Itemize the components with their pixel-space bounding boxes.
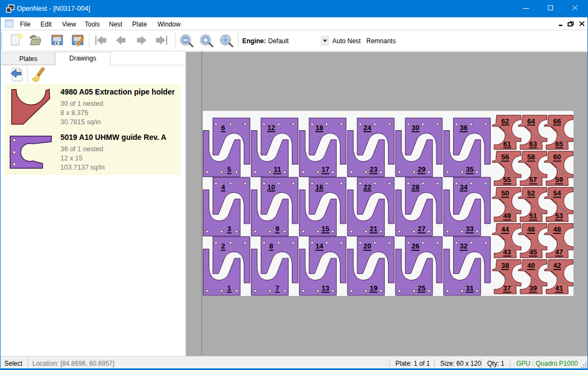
svg-text:20: 20 (364, 242, 371, 250)
svg-text:18: 18 (316, 124, 323, 132)
svg-text:43: 43 (503, 248, 511, 256)
svg-text:49: 49 (503, 212, 511, 220)
svg-text:34: 34 (460, 183, 468, 191)
svg-text:28: 28 (412, 183, 419, 191)
svg-text:23: 23 (370, 165, 377, 173)
svg-text:19: 19 (370, 284, 377, 292)
svg-text:59: 59 (555, 176, 563, 184)
svg-text:26: 26 (412, 242, 419, 250)
svg-text:36: 36 (460, 124, 467, 132)
svg-text:48: 48 (553, 225, 560, 233)
svg-text:44: 44 (501, 225, 509, 233)
svg-text:22: 22 (364, 183, 371, 191)
svg-text:29: 29 (418, 165, 425, 173)
svg-text:62: 62 (501, 117, 509, 125)
svg-text:58: 58 (527, 153, 535, 161)
svg-text:52: 52 (527, 189, 535, 197)
svg-text:41: 41 (555, 284, 563, 292)
svg-text:1: 1 (227, 284, 231, 292)
svg-text:66: 66 (553, 117, 560, 125)
svg-text:10: 10 (268, 183, 275, 191)
svg-text:47: 47 (555, 248, 563, 256)
svg-text:17: 17 (322, 165, 329, 173)
svg-text:6: 6 (221, 124, 225, 132)
svg-text:4: 4 (221, 183, 225, 191)
svg-text:54: 54 (553, 189, 561, 197)
svg-text:33: 33 (466, 225, 473, 233)
svg-text:46: 46 (527, 225, 535, 233)
svg-text:7: 7 (275, 284, 279, 292)
svg-text:32: 32 (460, 242, 467, 250)
svg-text:35: 35 (466, 165, 473, 173)
svg-text:50: 50 (501, 189, 509, 197)
svg-text:5: 5 (227, 165, 231, 173)
svg-text:56: 56 (501, 153, 509, 161)
svg-text:65: 65 (555, 140, 563, 148)
svg-text:15: 15 (322, 225, 329, 233)
svg-text:9: 9 (275, 225, 279, 233)
svg-text:60: 60 (553, 153, 560, 161)
svg-text:12: 12 (268, 124, 275, 132)
svg-text:64: 64 (527, 117, 535, 125)
svg-text:40: 40 (527, 261, 535, 270)
svg-text:11: 11 (274, 165, 281, 173)
svg-text:16: 16 (316, 183, 323, 191)
svg-text:37: 37 (503, 284, 511, 292)
svg-text:27: 27 (418, 225, 425, 233)
svg-text:21: 21 (370, 225, 377, 233)
svg-text:13: 13 (322, 284, 329, 292)
svg-text:55: 55 (503, 176, 511, 184)
svg-text:30: 30 (412, 124, 419, 132)
svg-text:24: 24 (364, 124, 372, 132)
svg-text:31: 31 (466, 284, 473, 292)
svg-text:53: 53 (555, 212, 563, 220)
svg-text:38: 38 (501, 261, 509, 270)
svg-text:45: 45 (529, 248, 537, 256)
svg-text:42: 42 (553, 261, 560, 270)
svg-text:8: 8 (269, 242, 273, 250)
svg-text:51: 51 (529, 212, 537, 220)
svg-text:3: 3 (227, 225, 231, 233)
svg-text:39: 39 (529, 284, 537, 292)
svg-text:2: 2 (221, 242, 225, 250)
svg-text:25: 25 (418, 284, 425, 292)
svg-text:57: 57 (529, 176, 537, 184)
svg-text:63: 63 (529, 140, 537, 148)
svg-text:14: 14 (316, 242, 324, 250)
svg-text:61: 61 (503, 140, 511, 148)
